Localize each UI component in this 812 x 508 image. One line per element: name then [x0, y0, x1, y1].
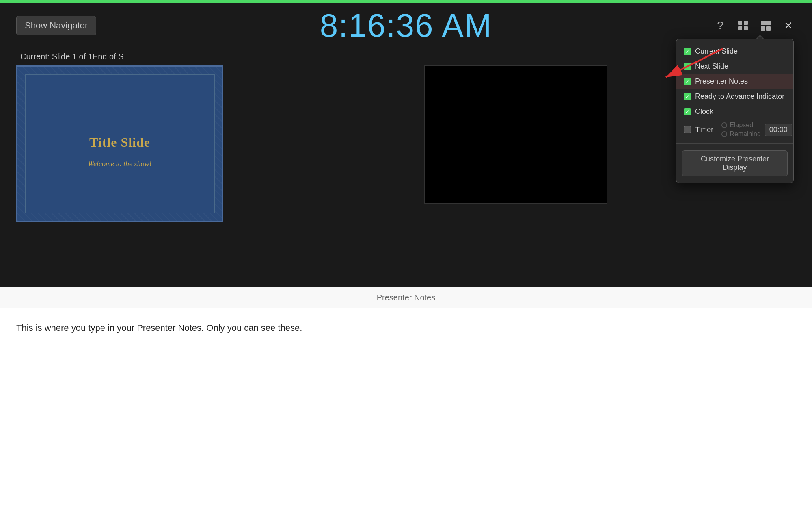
presenter-notes-body: This is where you type in your Presenter… — [0, 308, 812, 347]
dropdown-label-clock: Clock — [695, 107, 713, 116]
checkbox-ready-advance[interactable]: ✓ — [684, 93, 691, 100]
radio-group: Elapsed Remaining — [721, 122, 760, 138]
dropdown-item-next-slide[interactable]: ✓ Next Slide — [676, 59, 793, 74]
current-slide-label: Current: Slide 1 of 1 — [20, 52, 93, 61]
presenter-notes-section: Presenter Notes This is where you type i… — [0, 287, 812, 508]
black-slide — [424, 65, 607, 204]
timer-row: Timer Elapsed Remaining 00:00 — [676, 119, 793, 140]
presenter-notes-header: Presenter Notes — [0, 287, 812, 308]
checkbox-current-slide[interactable]: ✓ — [684, 48, 691, 55]
dropdown-label-next-slide: Next Slide — [695, 62, 728, 71]
checkbox-presenter-notes[interactable]: ✓ — [684, 78, 691, 85]
layout-icon[interactable] — [758, 18, 773, 33]
customize-presenter-display-button[interactable]: Customize Presenter Display — [682, 150, 788, 176]
checkbox-clock[interactable]: ✓ — [684, 108, 691, 115]
remaining-label: Remaining — [730, 130, 760, 138]
slide-title: Title Slide — [89, 135, 150, 150]
top-bar — [0, 0, 812, 3]
dropdown-panel: ✓ Current Slide ✓ Next Slide ✓ Presenter… — [676, 39, 794, 183]
dropdown-item-ready-advance[interactable]: ✓ Ready to Advance Indicator — [676, 89, 793, 104]
svg-rect-2 — [738, 26, 742, 30]
divider — [676, 143, 793, 144]
dropdown-label-presenter-notes: Presenter Notes — [695, 77, 748, 86]
show-navigator-button[interactable]: Show Navigator — [16, 16, 96, 35]
svg-rect-4 — [761, 21, 771, 25]
dropdown-label-ready-advance: Ready to Advance Indicator — [695, 92, 784, 101]
svg-rect-1 — [744, 21, 748, 25]
dropdown-item-presenter-notes[interactable]: ✓ Presenter Notes — [676, 74, 793, 89]
svg-rect-0 — [738, 21, 742, 25]
checkbox-timer[interactable] — [684, 126, 691, 133]
end-of-slide-label: End of S — [93, 52, 124, 61]
help-icon[interactable]: ? — [713, 18, 728, 33]
dropdown-label-current-slide: Current Slide — [695, 47, 738, 56]
radio-dot-remaining — [721, 131, 727, 137]
svg-rect-5 — [761, 26, 765, 31]
slide-subtitle: Welcome to the show! — [88, 160, 152, 168]
radio-remaining[interactable]: Remaining — [721, 130, 760, 138]
checkbox-next-slide[interactable]: ✓ — [684, 63, 691, 70]
grid-icon[interactable] — [736, 18, 750, 33]
radio-elapsed[interactable]: Elapsed — [721, 122, 760, 129]
close-icon[interactable]: ✕ — [781, 18, 796, 33]
elapsed-label: Elapsed — [730, 122, 753, 129]
dropdown-item-current-slide[interactable]: ✓ Current Slide — [676, 44, 793, 59]
slide-frame: Title Slide Welcome to the show! — [16, 65, 223, 222]
svg-rect-6 — [766, 26, 771, 31]
dropdown-item-clock[interactable]: ✓ Clock — [676, 104, 793, 119]
clock-display: 8:16:36 AM — [320, 7, 492, 44]
radio-dot-elapsed — [721, 122, 727, 128]
timer-display: 00:00 — [765, 124, 792, 136]
current-slide-container: Title Slide Welcome to the show! — [16, 65, 223, 286]
dropdown-label-timer: Timer — [695, 126, 713, 134]
svg-rect-3 — [744, 26, 748, 30]
toolbar-icons: ? ✕ — [713, 18, 796, 33]
